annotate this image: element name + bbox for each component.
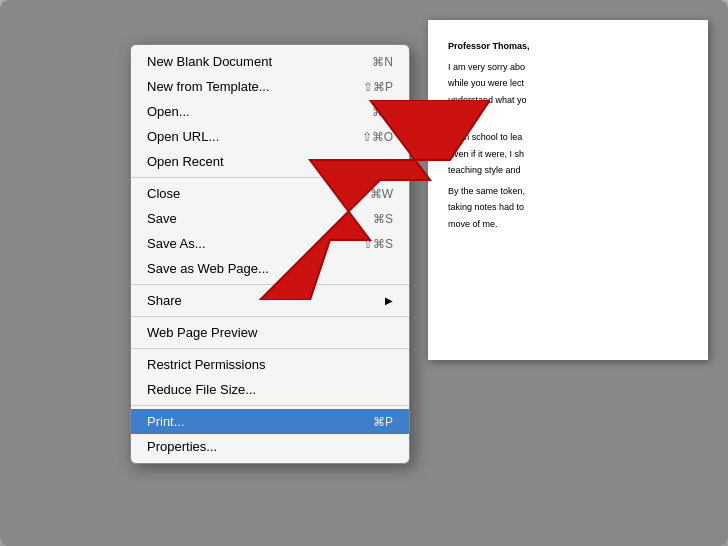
save-as-label: Save As...: [147, 236, 206, 251]
menu-restrict[interactable]: Restrict Permissions: [131, 352, 409, 377]
new-blank-shortcut: ⌘N: [372, 55, 393, 69]
open-recent-label: Open Recent: [147, 154, 224, 169]
separator-after-reduce: [131, 405, 409, 406]
menu-save-web[interactable]: Save as Web Page...: [131, 256, 409, 281]
restrict-label: Restrict Permissions: [147, 357, 265, 372]
save-as-shortcut: ⇧⌘S: [363, 237, 393, 251]
save-label: Save: [147, 211, 177, 226]
menu-open[interactable]: Open... ⌘O: [131, 99, 409, 124]
print-shortcut: ⌘P: [373, 415, 393, 429]
close-shortcut: ⌘W: [370, 187, 393, 201]
doc-line-11: move of me.: [448, 218, 688, 231]
open-url-shortcut: ⇧⌘O: [362, 130, 393, 144]
web-preview-label: Web Page Preview: [147, 325, 257, 340]
menu-reduce[interactable]: Reduce File Size...: [131, 377, 409, 402]
menu-save-as[interactable]: Save As... ⇧⌘S: [131, 231, 409, 256]
open-shortcut: ⌘O: [372, 105, 393, 119]
save-web-label: Save as Web Page...: [147, 261, 269, 276]
separator-after-preview: [131, 348, 409, 349]
menu-open-url[interactable]: Open URL... ⇧⌘O: [131, 124, 409, 149]
menu-print[interactable]: Print... ⌘P: [131, 409, 409, 434]
app-window: 🍎 Word File Edit View Insert Format Font…: [0, 0, 728, 546]
document-page[interactable]: Professor Thomas, I am very sorry abo wh…: [428, 214, 708, 360]
open-url-label: Open URL...: [147, 129, 219, 144]
reduce-label: Reduce File Size...: [147, 382, 256, 397]
close-label: Close: [147, 186, 180, 201]
submenu-arrow-recent: ▶: [385, 156, 393, 167]
separator-after-share: [131, 316, 409, 317]
file-dropdown-menu: New Blank Document ⌘N New from Template.…: [130, 44, 410, 464]
new-template-shortcut: ⇧⌘P: [363, 80, 393, 94]
separator-after-recent: [131, 177, 409, 178]
menu-save[interactable]: Save ⌘S: [131, 206, 409, 231]
save-shortcut: ⌘S: [373, 212, 393, 226]
menu-share[interactable]: Share ▶: [131, 288, 409, 313]
submenu-arrow-share: ▶: [385, 295, 393, 306]
menu-new-blank[interactable]: New Blank Document ⌘N: [131, 49, 409, 74]
menu-close[interactable]: Close ⌘W: [131, 181, 409, 206]
menu-new-template[interactable]: New from Template... ⇧⌘P: [131, 74, 409, 99]
menu-web-preview[interactable]: Web Page Preview: [131, 320, 409, 345]
new-template-label: New from Template...: [147, 79, 270, 94]
menu-properties[interactable]: Properties...: [131, 434, 409, 459]
menu-open-recent[interactable]: Open Recent ▶: [131, 149, 409, 174]
new-blank-label: New Blank Document: [147, 54, 272, 69]
print-label: Print...: [147, 414, 185, 429]
separator-after-save: [131, 284, 409, 285]
open-label: Open...: [147, 104, 190, 119]
share-label: Share: [147, 293, 182, 308]
properties-label: Properties...: [147, 439, 217, 454]
